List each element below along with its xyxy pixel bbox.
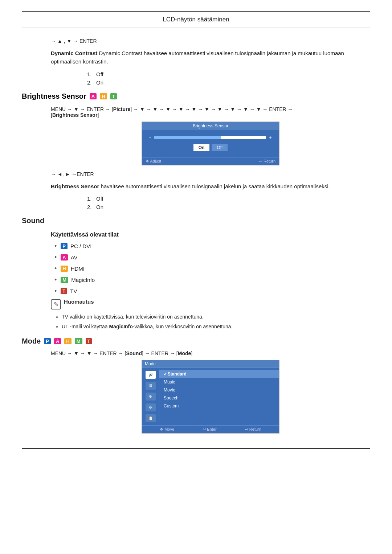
note-icon: ✎: [51, 299, 61, 309]
mode-icon-4: ⚙: [146, 403, 156, 411]
mode-badge-P: P: [44, 338, 51, 344]
bs-footer-return: ↩ Return: [259, 159, 275, 164]
mode-footer-return: ↩ Return: [245, 427, 261, 432]
sound-content: Käytettävissä olevat tilat • P PC / DVI …: [22, 231, 370, 331]
dc-arrow-line: → ▲ , ▼ → ENTER: [51, 38, 370, 44]
mode-item-speech[interactable]: Speech: [159, 394, 279, 402]
mode-section: Mode P A H M T MENU → ▼ → ▼ → ENTER → [S…: [22, 337, 370, 434]
note-bullet-2: UT -malli voi käyttää MagicInfo-valikkoa…: [62, 323, 370, 331]
dc-item2: 2. On: [58, 79, 370, 86]
bs-arrow-line2: → ◄, ► →ENTER: [51, 171, 370, 177]
badge-H2: H: [61, 266, 68, 272]
brightness-sensor-heading: Brightness Sensor A H T: [22, 92, 370, 100]
sound-mode-tv: • T TV: [51, 287, 370, 295]
bs-item1: 1. Off: [58, 196, 370, 202]
mode-icon-5: 📋: [146, 414, 156, 422]
bs-slider-fill: [154, 136, 221, 139]
mode-ui-box: Mode 🔊 🖥 ⚙ ⚙ 📋 Standard Music Movie Spee…: [142, 360, 279, 434]
badge-A2: A: [61, 254, 68, 260]
bs-menu-path: MENU → ▼ → ENTER → [Picture] → ▼ → ▼ → ▼…: [51, 106, 370, 118]
bs-btn-on[interactable]: On: [193, 144, 210, 151]
sound-mode-hdmi: • H HDMI: [51, 265, 370, 272]
mode-box-body: 🔊 🖥 ⚙ ⚙ 📋 Standard Music Movie Speech Cu…: [142, 368, 279, 425]
badge-M: M: [61, 277, 68, 283]
mode-box-footer: ❖ Move ⏎ Enter ↩ Return: [142, 425, 279, 433]
sound-heading: Sound: [22, 217, 370, 225]
dc-description: Dynamic Contrast Dynamic Contrast havait…: [51, 49, 370, 66]
sound-mode-magicinfo: • M MagicInfo: [51, 276, 370, 284]
sound-section: Sound Käytettävissä olevat tilat • P PC …: [22, 217, 370, 331]
dc-item1: 1. Off: [58, 71, 370, 77]
bullet-dot-4: •: [54, 276, 57, 284]
badge-P: P: [61, 243, 68, 249]
mode-label-tv: TV: [70, 288, 77, 294]
brightness-sensor-section: Brightness Sensor A H T MENU → ▼ → ENTER…: [22, 92, 370, 210]
mode-badge-H: H: [64, 338, 71, 344]
mode-icon-2: 🖥: [146, 382, 156, 390]
mode-badge-M: M: [75, 338, 82, 344]
mode-item-music[interactable]: Music: [159, 378, 279, 386]
mode-label-hdmi: HDMI: [71, 266, 85, 272]
bullet-dot-3: •: [54, 265, 57, 272]
dynamic-contrast-section: → ▲ , ▼ → ENTER Dynamic Contrast Dynamic…: [22, 38, 370, 86]
brightness-sensor-content: MENU → ▼ → ENTER → [Picture] → ▼ → ▼ → ▼…: [22, 106, 370, 210]
badge-H: H: [100, 93, 107, 99]
mode-icon-1: 🔊: [146, 371, 156, 379]
page: LCD-näytön säätäminen → ▲ , ▼ → ENTER Dy…: [0, 0, 392, 471]
bullet-dot-5: •: [54, 287, 57, 295]
mode-menu-path: MENU → ▼ → ▼ → ENTER → [Sound] → ENTER →…: [51, 350, 370, 356]
bs-item2: 2. On: [58, 204, 370, 210]
mode-label-av: AV: [71, 254, 78, 260]
bs-footer-adjust: ❖ Adjust: [146, 159, 161, 164]
mode-label-magicinfo: MagicInfo: [71, 277, 95, 283]
sound-mode-av: • A AV: [51, 254, 370, 261]
mode-box-left: 🔊 🖥 ⚙ ⚙ 📋: [142, 368, 159, 425]
sound-mode-pcdvi: • P PC / DVI: [51, 242, 370, 250]
bullet-dot-2: •: [54, 254, 57, 261]
bs-description: Brightness Sensor havaitsee automaattise…: [51, 182, 370, 190]
bs-slider-track: [154, 136, 266, 139]
mode-footer-move: ❖ Move: [160, 427, 174, 432]
bs-ui-content: - + On Off: [142, 130, 279, 157]
bs-btn-off[interactable]: Off: [212, 144, 228, 151]
bottom-border: [22, 448, 370, 449]
badge-T: T: [110, 93, 117, 99]
note-label: Huomautus: [64, 299, 94, 305]
mode-heading: Mode P A H M T: [22, 337, 370, 345]
note-box: ✎ Huomautus: [51, 299, 370, 309]
mode-item-standard[interactable]: Standard: [159, 370, 279, 378]
bs-ui-box: Brightness Sensor - + On Off ❖: [142, 122, 279, 165]
mode-label-pcdvi: PC / DVI: [70, 243, 91, 249]
mode-item-custom[interactable]: Custom: [159, 402, 279, 410]
bs-slider-plus: +: [269, 135, 272, 140]
page-title: LCD-näytön säätäminen: [22, 12, 370, 28]
mode-item-movie[interactable]: Movie: [159, 386, 279, 394]
bs-ui-title: Brightness Sensor: [142, 122, 279, 130]
bullet-dot-1: •: [54, 242, 57, 250]
bs-buttons-row: On Off: [149, 144, 272, 151]
mode-box-right: Standard Music Movie Speech Custom: [159, 368, 279, 425]
mode-content: MENU → ▼ → ▼ → ENTER → [Sound] → ENTER →…: [22, 350, 370, 434]
mode-footer-enter: ⏎ Enter: [203, 427, 216, 432]
bs-slider-minus: -: [149, 135, 151, 140]
sound-subheading: Käytettävissä olevat tilat: [51, 231, 370, 238]
badge-T2: T: [61, 288, 67, 294]
mode-badge-T: T: [86, 338, 92, 344]
sound-modes-list: • P PC / DVI • A AV • H HDMI • M Mag: [51, 242, 370, 295]
badge-A: A: [90, 93, 97, 99]
mode-icon-3: ⚙: [146, 393, 156, 401]
bs-ui-footer: ❖ Adjust ↩ Return: [142, 157, 279, 165]
note-bullet-1: TV-valikko on käytettävissä, kun televis…: [62, 313, 370, 321]
mode-badge-A: A: [54, 338, 61, 344]
mode-ui-title: Mode: [142, 360, 279, 368]
note-bullets: TV-valikko on käytettävissä, kun televis…: [51, 313, 370, 331]
bs-slider-row: - +: [149, 135, 272, 140]
